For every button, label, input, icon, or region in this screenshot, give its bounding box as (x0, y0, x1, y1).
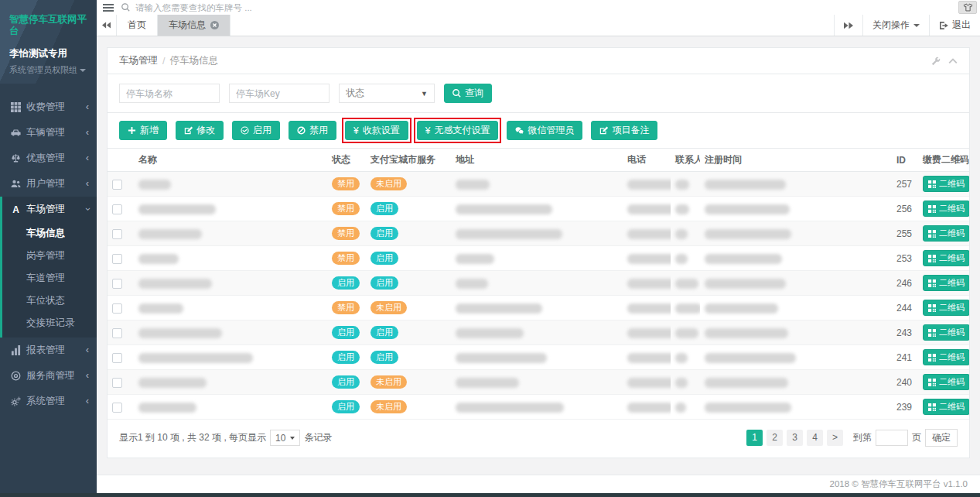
theme-tshirt-button[interactable] (958, 1, 977, 14)
tab-close-icon[interactable] (210, 21, 219, 29)
table-row[interactable]: 启用 未启用 239 二维码 (108, 395, 969, 420)
page-button-2[interactable]: 2 (767, 430, 783, 446)
redacted-phone (627, 378, 671, 388)
qr-code-button[interactable]: 二维码 (923, 275, 969, 291)
toolbar-button-启用[interactable]: 启用 (232, 121, 280, 140)
page-button-3[interactable]: 3 (787, 430, 803, 446)
filter-row: 状态 ▼ 查询 (108, 74, 969, 112)
row-checkbox[interactable] (112, 303, 122, 314)
sidebar-item-车场管理[interactable]: A 车场管理 ‹ (2, 197, 97, 222)
parking-key-input[interactable] (229, 84, 330, 103)
sidebar-subitem-车位状态[interactable]: 车位状态 (2, 290, 97, 312)
logout-button[interactable]: 退出 (929, 15, 980, 36)
toolbar-button-新增[interactable]: 新增 (119, 121, 167, 140)
row-checkbox[interactable] (112, 180, 122, 190)
tabs-scroll-left-button[interactable] (97, 15, 117, 36)
sidebar-subitem-交接班记录[interactable]: 交接班记录 (2, 312, 97, 334)
alipay-status-badge: 未启用 (370, 177, 407, 190)
alipay-status-badge: 启用 (370, 276, 398, 290)
status-badge: 禁用 (332, 177, 360, 190)
toolbar-button-收款设置[interactable]: ¥收款设置 (345, 121, 408, 140)
sidebar-item-系统管理[interactable]: 系统管理 ‹ (2, 389, 97, 414)
redacted-address (456, 353, 547, 363)
provider-icon (10, 371, 22, 382)
wrench-icon[interactable] (931, 57, 941, 66)
qr-code-button[interactable]: 二维码 (923, 324, 969, 341)
toolbar-button-修改[interactable]: 修改 (176, 121, 224, 140)
qr-code-button[interactable]: 二维码 (923, 300, 969, 316)
row-checkbox[interactable] (112, 353, 122, 363)
plate-search-input[interactable] (134, 2, 459, 13)
row-checkbox[interactable] (112, 204, 122, 214)
redacted-register-time (705, 204, 790, 214)
goto-confirm-button[interactable]: 确定 (925, 429, 958, 447)
sidebar-item-用户管理[interactable]: 用户管理 ‹ (2, 171, 97, 197)
toolbar-button-微信管理员[interactable]: 微信管理员 (507, 121, 582, 140)
toolbar-button-无感支付设置[interactable]: ¥无感支付设置 (417, 121, 499, 140)
page-button-1[interactable]: 1 (746, 430, 763, 446)
hamburger-icon[interactable] (103, 4, 114, 12)
redacted-address (456, 229, 562, 239)
redacted-phone (627, 279, 671, 289)
table-row[interactable]: 禁用 未启用 244 二维码 (108, 296, 969, 320)
sidebar-subitem-车场信息[interactable]: 车场信息 (2, 222, 97, 245)
toolbar-button-禁用[interactable]: 禁用 (289, 121, 336, 140)
page-size-select[interactable]: 10 (270, 430, 300, 446)
qr-code-button[interactable]: 二维码 (923, 349, 969, 365)
qr-code-icon (928, 180, 936, 188)
chevron-icon: ‹ (86, 104, 89, 110)
row-checkbox[interactable] (112, 403, 122, 413)
status-badge: 启用 (332, 326, 360, 339)
table-row[interactable]: 启用 启用 241 二维码 (108, 345, 969, 370)
row-checkbox[interactable] (112, 279, 122, 289)
chevron-up-icon[interactable] (948, 57, 958, 66)
tab-home[interactable]: 首页 (117, 15, 158, 36)
goto-page-input[interactable] (876, 430, 908, 446)
row-checkbox[interactable] (112, 254, 122, 264)
redacted-phone (627, 180, 671, 190)
close-operations-dropdown[interactable]: 关闭操作 (862, 15, 929, 36)
table-row[interactable]: 禁用 启用 255 二维码 (108, 221, 969, 246)
row-checkbox[interactable] (112, 328, 122, 338)
tab-parking-info[interactable]: 车场信息 (158, 15, 230, 36)
next-page-button[interactable]: > (827, 430, 843, 446)
qr-code-button[interactable]: 二维码 (923, 399, 969, 415)
status-select[interactable]: 状态 ▼ (339, 84, 435, 103)
table-row[interactable]: 禁用 未启用 257 二维码 (108, 172, 969, 197)
search-button[interactable]: 查询 (444, 84, 492, 103)
qr-code-button[interactable]: 二维码 (923, 201, 969, 217)
sidebar-item-车辆管理[interactable]: 车辆管理 ‹ (2, 120, 97, 146)
sidebar-subitem-车道管理[interactable]: 车道管理 (2, 267, 97, 290)
table-row[interactable]: 启用 启用 246 二维码 (108, 271, 969, 296)
redacted-phone (627, 303, 671, 314)
page-button-4[interactable]: 4 (807, 430, 823, 446)
chevron-icon: ‹ (84, 207, 90, 210)
chevron-icon: ‹ (86, 129, 89, 135)
sidebar-item-服务商管理[interactable]: 服务商管理 ‹ (2, 363, 97, 389)
breadcrumb-parent: 车场管理 (119, 54, 158, 67)
table-row[interactable]: 启用 启用 243 二维码 (108, 320, 969, 345)
qr-code-button[interactable]: 二维码 (923, 374, 969, 390)
table-row[interactable]: 启用 未启用 240 二维码 (108, 370, 969, 395)
qr-code-button[interactable]: 二维码 (923, 250, 969, 266)
status-badge: 启用 (332, 351, 360, 364)
plate-search (121, 2, 958, 13)
qr-code-button[interactable]: 二维码 (923, 225, 969, 242)
parking-name-input[interactable] (119, 84, 220, 103)
tshirt-icon (963, 3, 973, 12)
toolbar-button-项目备注[interactable]: 项目备注 (591, 121, 657, 140)
top-bar (97, 0, 980, 15)
redacted-phone (627, 353, 671, 363)
row-checkbox[interactable] (112, 229, 122, 239)
edit-icon (184, 126, 193, 135)
sidebar-item-优惠管理[interactable]: 优惠管理 ‹ (2, 146, 97, 171)
row-checkbox[interactable] (112, 378, 122, 388)
user-role-dropdown[interactable]: 系统管理员权限组 (9, 64, 87, 76)
sidebar-item-收费管理[interactable]: 收费管理 ‹ (2, 94, 97, 120)
qr-code-button[interactable]: 二维码 (923, 176, 969, 192)
sidebar-item-报表管理[interactable]: 报表管理 ‹ (2, 338, 97, 363)
table-row[interactable]: 禁用 启用 253 二维码 (108, 246, 969, 271)
table-row[interactable]: 禁用 启用 256 二维码 (108, 197, 969, 221)
sidebar-subitem-岗亭管理[interactable]: 岗亭管理 (2, 245, 97, 267)
tabs-scroll-right-button[interactable] (834, 15, 862, 36)
